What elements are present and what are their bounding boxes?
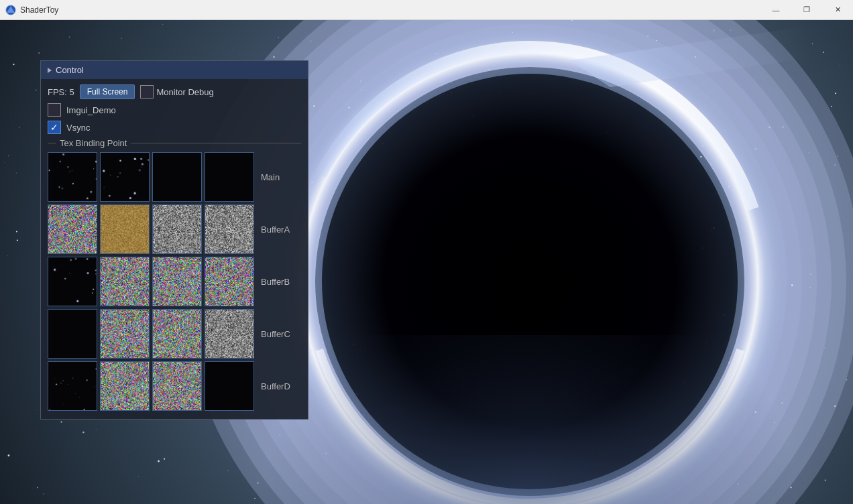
tex-cell-bufferb-0[interactable] (48, 257, 97, 306)
panel-title: Control (56, 65, 84, 75)
tex-cell-buffera-1[interactable] (100, 204, 150, 254)
close-button[interactable]: ✕ (822, 0, 853, 20)
tex-cell-bufferc-2[interactable] (152, 309, 202, 359)
tex-row-bufferc: BufferC (48, 309, 301, 359)
panel-header: Control (41, 61, 308, 79)
vsync-row: ✓ Vsync (48, 121, 301, 134)
fps-row: FPS: 5 Full Screen Monitor Debug (48, 84, 301, 99)
app-title: ShaderToy (20, 5, 760, 15)
control-panel: Control FPS: 5 Full Screen Monitor Debug… (40, 60, 308, 420)
main-area: Control FPS: 5 Full Screen Monitor Debug… (0, 20, 853, 504)
window-controls: — ❐ ✕ (760, 0, 853, 20)
tex-cell-bufferc-1[interactable] (100, 309, 150, 359)
tex-cell-bufferb-3[interactable] (205, 257, 254, 306)
imgui-checkbox[interactable] (48, 103, 61, 117)
tex-cell-bufferd-3[interactable] (205, 361, 254, 411)
tex-cell-bufferd-1[interactable] (100, 361, 150, 411)
tex-label-main: Main (261, 172, 294, 182)
tex-label-bufferc: BufferC (261, 329, 294, 339)
tex-cell-main-3[interactable] (205, 152, 254, 202)
app-icon (5, 5, 16, 15)
tex-cell-main-0[interactable] (48, 152, 97, 202)
tex-cells-bufferd (48, 361, 254, 411)
monitor-debug-label: Monitor Debug (156, 87, 213, 97)
fps-label: FPS: 5 (48, 87, 74, 97)
collapse-icon[interactable] (48, 68, 52, 73)
tex-cell-main-1[interactable] (100, 152, 150, 202)
fullscreen-button[interactable]: Full Screen (80, 84, 135, 99)
tex-cell-bufferd-0[interactable] (48, 361, 97, 411)
tex-cell-bufferc-0[interactable] (48, 309, 97, 359)
tex-cells-main (48, 152, 254, 202)
tex-cell-bufferb-2[interactable] (152, 257, 202, 306)
tex-label-buffera: BufferA (261, 225, 294, 235)
tex-cell-bufferb-1[interactable] (100, 257, 150, 306)
tex-label-bufferd: BufferD (261, 381, 294, 391)
tex-row-bufferb: BufferB (48, 257, 301, 306)
tex-cell-bufferd-2[interactable] (152, 361, 202, 411)
tex-cells-buffera (48, 204, 254, 254)
minimize-button[interactable]: — (760, 0, 791, 20)
imgui-row: Imgui_Demo (48, 103, 301, 117)
monitor-debug-toggle: Monitor Debug (140, 85, 213, 99)
tex-cell-main-2[interactable] (152, 152, 202, 202)
tex-section-label: Tex Binding Point (60, 138, 127, 148)
vsync-checkbox[interactable]: ✓ (48, 121, 61, 134)
tex-cells-bufferc (48, 309, 254, 359)
tex-cell-bufferc-3[interactable] (205, 309, 254, 359)
tex-row-main: Main (48, 152, 301, 202)
restore-button[interactable]: ❐ (791, 0, 822, 20)
imgui-label: Imgui_Demo (66, 105, 116, 115)
tex-cells-bufferb (48, 257, 254, 306)
panel-body: FPS: 5 Full Screen Monitor Debug Imgui_D… (41, 79, 308, 419)
title-bar: ShaderToy — ❐ ✕ (0, 0, 853, 20)
tex-divider: Tex Binding Point (48, 138, 301, 148)
tex-cell-buffera-2[interactable] (152, 204, 202, 254)
monitor-debug-checkbox[interactable] (140, 85, 154, 99)
tex-cell-buffera-0[interactable] (48, 204, 97, 254)
tex-label-bufferb: BufferB (261, 277, 294, 287)
tex-cell-buffera-3[interactable] (205, 204, 254, 254)
tex-row-bufferd: BufferD (48, 361, 301, 411)
tex-row-buffera: BufferA (48, 204, 301, 254)
divider-right (131, 143, 301, 143)
divider-left (48, 143, 56, 143)
vsync-label: Vsync (66, 123, 90, 133)
